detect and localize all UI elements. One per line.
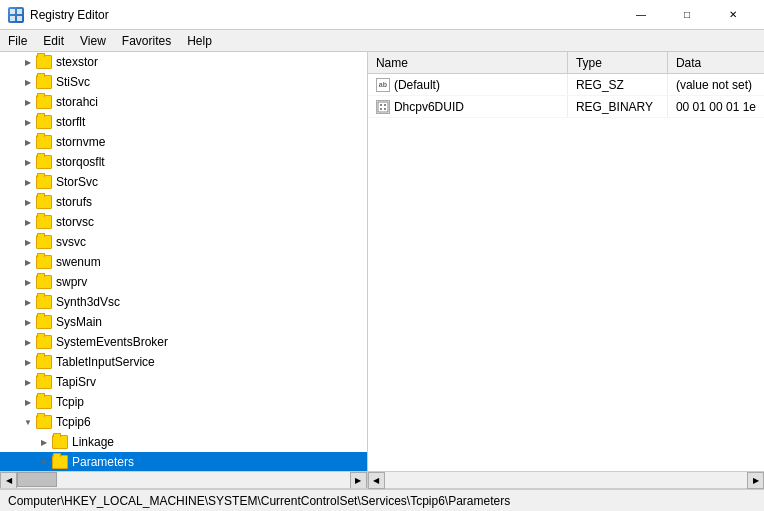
scroll-thumb[interactable] (17, 472, 57, 487)
folder-icon (36, 55, 52, 69)
right-h-scrollbar: ◀ ▶ (368, 471, 764, 488)
tree-item-stexstor[interactable]: ▶ stexstor (0, 52, 367, 72)
menu-bar: File Edit View Favorites Help (0, 30, 764, 52)
col-header-data: Data (668, 52, 764, 73)
svg-rect-7 (380, 108, 382, 110)
tree-item-stisvc[interactable]: ▶ StiSvc (0, 72, 367, 92)
folder-icon (36, 375, 52, 389)
tree-arrow: ▶ (20, 74, 36, 90)
minimize-button[interactable]: — (618, 0, 664, 30)
table-row[interactable]: Dhcpv6DUID REG_BINARY 00 01 00 01 1e (368, 96, 764, 118)
tree-item-systemeventsbroker[interactable]: ▶ SystemEventsBroker (0, 332, 367, 352)
tree-item-swprv[interactable]: ▶ swprv (0, 272, 367, 292)
tree-item-storvsc[interactable]: ▶ storvsc (0, 212, 367, 232)
tree-item-swenum[interactable]: ▶ swenum (0, 252, 367, 272)
tree-label: Synth3dVsc (56, 295, 120, 309)
col-header-type: Type (568, 52, 668, 73)
tree-item-linkage[interactable]: ▶ Linkage (0, 432, 367, 452)
main-area: ▶ stexstor ▶ StiSvc ▶ storahci ▶ storflt… (0, 52, 764, 489)
tree-label: Tcpip6 (56, 415, 91, 429)
tree-arrow: ▼ (36, 454, 52, 470)
tree-label: svsvc (56, 235, 86, 249)
tree-label: Parameters (72, 455, 134, 469)
tree-arrow: ▶ (20, 174, 36, 190)
tree-label: swprv (56, 275, 87, 289)
folder-icon (36, 235, 52, 249)
tree-item-storufs[interactable]: ▶ storufs (0, 192, 367, 212)
scroll-left-btn[interactable]: ◀ (0, 472, 17, 489)
tree-arrow: ▶ (20, 254, 36, 270)
tree-label: TabletInputService (56, 355, 155, 369)
right-scroll-right-btn[interactable]: ▶ (747, 472, 764, 489)
svg-rect-6 (384, 104, 386, 106)
table-row[interactable]: ab (Default) REG_SZ (value not set) (368, 74, 764, 96)
tree-scroll[interactable]: ▶ stexstor ▶ StiSvc ▶ storahci ▶ storflt… (0, 52, 367, 471)
tree-arrow: ▶ (20, 114, 36, 130)
reg-sz-icon: ab (376, 78, 390, 92)
folder-icon (52, 435, 68, 449)
status-text: Computer\HKEY_LOCAL_MACHINE\SYSTEM\Curre… (8, 494, 510, 508)
folder-icon (36, 155, 52, 169)
tree-h-scrollbar: ◀ ▶ (0, 471, 367, 488)
tree-item-tapisrv[interactable]: ▶ TapiSrv (0, 372, 367, 392)
maximize-button[interactable]: □ (664, 0, 710, 30)
cell-data: 00 01 00 01 1e (668, 96, 764, 117)
folder-icon-open (36, 415, 52, 429)
title-bar-left: Registry Editor (8, 7, 109, 23)
tree-arrow: ▶ (20, 274, 36, 290)
tree-arrow: ▼ (20, 414, 36, 430)
tree-arrow: ▶ (20, 54, 36, 70)
folder-icon (36, 95, 52, 109)
window-controls: — □ ✕ (618, 0, 756, 30)
reg-name: Dhcpv6DUID (394, 100, 464, 114)
tree-label: storahci (56, 95, 98, 109)
tree-item-sysmain[interactable]: ▶ SysMain (0, 312, 367, 332)
right-scroll-left-btn[interactable]: ◀ (368, 472, 385, 489)
reg-name: (Default) (394, 78, 440, 92)
cell-data: (value not set) (668, 74, 764, 95)
cell-type: REG_SZ (568, 74, 668, 95)
tree-item-svsvc[interactable]: ▶ svsvc (0, 232, 367, 252)
folder-icon (36, 255, 52, 269)
folder-icon (36, 75, 52, 89)
tree-label: storvsc (56, 215, 94, 229)
tree-item-storqosflt[interactable]: ▶ storqosflt (0, 152, 367, 172)
tree-item-stornvme[interactable]: ▶ stornvme (0, 132, 367, 152)
tree-arrow: ▶ (20, 374, 36, 390)
menu-help[interactable]: Help (179, 30, 220, 51)
tree-label: SystemEventsBroker (56, 335, 168, 349)
folder-icon (36, 315, 52, 329)
svg-rect-0 (10, 9, 15, 14)
tree-label: TapiSrv (56, 375, 96, 389)
tree-label: StorSvc (56, 175, 98, 189)
menu-view[interactable]: View (72, 30, 114, 51)
tree-panel: ▶ stexstor ▶ StiSvc ▶ storahci ▶ storflt… (0, 52, 368, 488)
menu-file[interactable]: File (0, 30, 35, 51)
tree-label: storufs (56, 195, 92, 209)
tree-arrow: ▶ (20, 394, 36, 410)
tree-arrow: ▶ (20, 194, 36, 210)
menu-edit[interactable]: Edit (35, 30, 72, 51)
tree-item-tcpip6[interactable]: ▼ Tcpip6 (0, 412, 367, 432)
tree-arrow: ▶ (20, 334, 36, 350)
tree-item-storahci[interactable]: ▶ storahci (0, 92, 367, 112)
tree-item-tcpip[interactable]: ▶ Tcpip (0, 392, 367, 412)
tree-arrow: ▶ (20, 214, 36, 230)
right-panel: Name Type Data ab (Default) REG_SZ (valu… (368, 52, 764, 488)
tree-label: StiSvc (56, 75, 90, 89)
tree-item-storsvc[interactable]: ▶ StorSvc (0, 172, 367, 192)
tree-arrow: ▶ (20, 314, 36, 330)
table-header: Name Type Data (368, 52, 764, 74)
tree-item-tabletinputservice[interactable]: ▶ TabletInputService (0, 352, 367, 372)
close-button[interactable]: ✕ (710, 0, 756, 30)
tree-item-synth3dvsc[interactable]: ▶ Synth3dVsc (0, 292, 367, 312)
folder-icon (36, 135, 52, 149)
folder-icon (36, 355, 52, 369)
cell-name: ab (Default) (368, 74, 568, 95)
menu-favorites[interactable]: Favorites (114, 30, 179, 51)
folder-icon (36, 335, 52, 349)
scroll-right-btn[interactable]: ▶ (350, 472, 367, 489)
tree-arrow: ▶ (20, 154, 36, 170)
tree-item-storflt[interactable]: ▶ storflt (0, 112, 367, 132)
tree-item-parameters[interactable]: ▼ Parameters (0, 452, 367, 471)
